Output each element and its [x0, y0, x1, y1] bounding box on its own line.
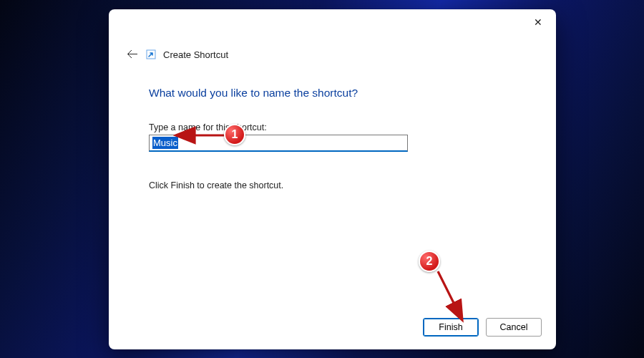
cancel-button-label: Cancel [500, 322, 528, 332]
shortcut-name-input[interactable]: Music [149, 135, 408, 152]
close-button[interactable]: ✕ [522, 11, 555, 34]
shortcut-icon [146, 49, 156, 59]
cancel-button[interactable]: Cancel [486, 318, 542, 337]
page-heading: What would you like to name the shortcut… [149, 87, 516, 100]
shortcut-name-label: Type a name for this shortcut: [149, 122, 516, 132]
finish-button-label: Finish [439, 322, 462, 332]
dialog-title: Create Shortcut [163, 49, 228, 60]
close-icon: ✕ [534, 17, 542, 27]
dialog-content: What would you like to name the shortcut… [109, 62, 556, 308]
dialog-buttons: Finish Cancel [109, 308, 556, 349]
finish-button[interactable]: Finish [423, 318, 479, 337]
finish-instruction: Click Finish to create the shortcut. [149, 180, 516, 190]
shortcut-name-value: Music [152, 137, 178, 149]
back-button[interactable]: 🡠 [125, 47, 140, 62]
arrow-left-icon: 🡠 [127, 48, 138, 61]
dialog-header: 🡠 Create Shortcut [109, 38, 556, 62]
create-shortcut-dialog: ✕ 🡠 Create Shortcut What would you like … [109, 9, 556, 349]
dialog-titlebar: ✕ [109, 9, 556, 38]
